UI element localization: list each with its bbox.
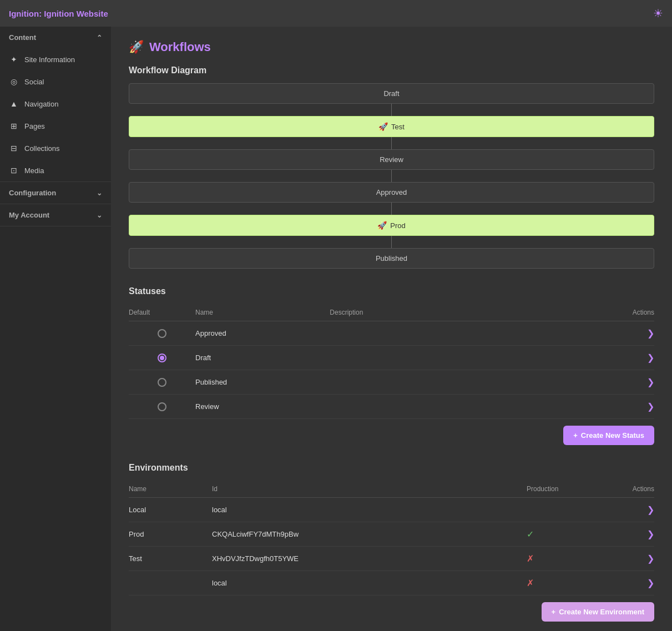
statuses-header: Default Name Description Actions xyxy=(129,304,654,321)
my-account-header[interactable]: My Account ⌄ xyxy=(0,204,111,226)
status-actions-chevron-icon[interactable]: ❯ xyxy=(599,401,654,412)
my-account-label: My Account xyxy=(9,211,49,219)
workflow-box-review: Review xyxy=(129,149,654,170)
test-rocket-icon: 🚀 xyxy=(378,122,388,131)
workflow-connector-3 xyxy=(391,170,392,182)
workflow-box-test: 🚀Test xyxy=(129,116,654,137)
env-rows: Local local ❯ Prod CKQALciwfFY7dMTh9pBw … xyxy=(129,498,654,595)
sidebar-item-navigation[interactable]: ▲ Navigation xyxy=(0,93,111,115)
production-x-icon: ✗ xyxy=(527,554,534,563)
content-section-header[interactable]: Content ⌃ xyxy=(0,27,111,48)
status-name: Draft xyxy=(195,354,330,362)
topbar: Ignition: Ignition Website ☀ xyxy=(0,0,672,27)
configuration-chevron-icon: ⌄ xyxy=(97,189,102,197)
env-col-name: Name xyxy=(129,485,212,493)
create-environment-button[interactable]: + Create New Environment xyxy=(542,602,654,622)
configuration-section: Configuration ⌄ xyxy=(0,182,111,204)
env-col-actions: Actions xyxy=(599,485,654,493)
create-status-button[interactable]: + Create New Status xyxy=(563,426,654,445)
status-row[interactable]: Published ❯ xyxy=(129,370,654,395)
status-row[interactable]: Review ❯ xyxy=(129,395,654,419)
env-row[interactable]: Test XHvDVJfzTDwgfh0T5YWE ✗ ❯ xyxy=(129,547,654,571)
sidebar-item-label: Site Information xyxy=(24,55,75,64)
app-title: Ignition: Ignition Website xyxy=(9,9,108,18)
env-id: XHvDVJfzTDwgfh0T5YWE xyxy=(212,554,527,563)
collections-icon: ⊟ xyxy=(9,143,19,153)
statuses-col-actions: Actions xyxy=(599,309,654,316)
page-header: 🚀 Workflows xyxy=(129,40,654,54)
status-rows: Approved ❯ Draft ❯ Published ❯ xyxy=(129,321,654,419)
workflow-box-published: Published xyxy=(129,248,654,269)
env-row[interactable]: Local local ❯ xyxy=(129,498,654,522)
env-id: CKQALciwfFY7dMTh9pBw xyxy=(212,530,527,538)
sidebar-item-social[interactable]: ◎ Social xyxy=(0,70,111,93)
status-name: Published xyxy=(195,378,330,386)
content-chevron-icon: ⌃ xyxy=(97,34,102,42)
settings-icon[interactable]: ☀ xyxy=(653,7,663,20)
environments-section: Environments Name Id Production Actions … xyxy=(129,463,654,622)
env-col-id: Id xyxy=(212,485,527,493)
sidebar-item-label: Collections xyxy=(24,144,60,153)
production-x-icon: ✗ xyxy=(527,578,534,588)
env-actions-chevron-icon[interactable]: ❯ xyxy=(599,529,654,539)
status-actions-chevron-icon[interactable]: ❯ xyxy=(599,377,654,387)
page-title: Workflows xyxy=(149,40,211,54)
prod-rocket-icon: 🚀 xyxy=(377,221,387,230)
statuses-footer: + Create New Status xyxy=(129,419,654,445)
env-name: Prod xyxy=(129,530,212,538)
sidebar-item-label: Media xyxy=(24,166,44,175)
my-account-section: My Account ⌄ xyxy=(0,204,111,226)
workflow-connector-2 xyxy=(391,137,392,149)
status-radio[interactable] xyxy=(158,354,166,362)
status-actions-chevron-icon[interactable]: ❯ xyxy=(599,328,654,339)
workflow-diagram: Workflow Diagram Draft 🚀Test Review Appr… xyxy=(129,65,654,269)
workflow-connector-5 xyxy=(391,236,392,248)
env-id: local xyxy=(212,506,527,514)
create-status-label: Create New Status xyxy=(581,431,644,440)
my-account-chevron-icon: ⌄ xyxy=(97,211,102,219)
navigation-icon: ▲ xyxy=(9,99,19,109)
status-radio[interactable] xyxy=(158,378,166,387)
workflow-box-draft: Draft xyxy=(129,83,654,104)
environments-footer: + Create New Environment xyxy=(129,595,654,622)
social-icon: ◎ xyxy=(9,77,19,87)
environments-header: Name Id Production Actions xyxy=(129,481,654,498)
workflow-connector-1 xyxy=(391,104,392,116)
env-row[interactable]: local ✗ ❯ xyxy=(129,571,654,595)
env-row[interactable]: Prod CKQALciwfFY7dMTh9pBw ✓ ❯ xyxy=(129,522,654,547)
workflow-connector-4 xyxy=(391,203,392,215)
configuration-header[interactable]: Configuration ⌄ xyxy=(0,182,111,204)
status-radio[interactable] xyxy=(158,402,166,411)
sidebar-item-label: Social xyxy=(24,78,44,86)
status-actions-chevron-icon[interactable]: ❯ xyxy=(599,352,654,363)
sidebar-item-pages[interactable]: ⊞ Pages xyxy=(0,115,111,137)
main-layout: Content ⌃ ✦ Site Information ◎ Social ▲ … xyxy=(0,27,672,631)
env-name: Test xyxy=(129,554,212,563)
statuses-section: Statuses Default Name Description Action… xyxy=(129,286,654,445)
statuses-col-name: Name xyxy=(195,309,330,316)
status-name: Approved xyxy=(195,329,330,337)
env-actions-chevron-icon[interactable]: ❯ xyxy=(599,578,654,588)
content-label: Content xyxy=(9,33,36,42)
status-radio[interactable] xyxy=(158,329,166,338)
sidebar-item-collections[interactable]: ⊟ Collections xyxy=(0,137,111,159)
env-actions-chevron-icon[interactable]: ❯ xyxy=(599,504,654,515)
env-col-production: Production xyxy=(527,485,599,493)
content-section: Content ⌃ ✦ Site Information ◎ Social ▲ … xyxy=(0,27,111,182)
sidebar-item-label: Pages xyxy=(24,122,45,130)
statuses-col-description: Description xyxy=(330,309,599,316)
env-id: local xyxy=(212,579,527,587)
status-row[interactable]: Draft ❯ xyxy=(129,346,654,370)
create-env-label: Create New Environment xyxy=(559,608,644,616)
create-status-plus-icon: + xyxy=(573,431,578,440)
statuses-col-default: Default xyxy=(129,309,195,316)
env-actions-chevron-icon[interactable]: ❯ xyxy=(599,553,654,564)
statuses-title: Statuses xyxy=(129,286,654,296)
sidebar-item-media[interactable]: ⊡ Media xyxy=(0,159,111,181)
workflows-rocket-icon: 🚀 xyxy=(129,40,144,54)
production-check-icon: ✓ xyxy=(527,529,534,539)
create-env-plus-icon: + xyxy=(552,608,556,616)
sidebar-item-site-information[interactable]: ✦ Site Information xyxy=(0,48,111,70)
status-row[interactable]: Approved ❯ xyxy=(129,321,654,346)
env-production: ✗ xyxy=(527,578,599,588)
